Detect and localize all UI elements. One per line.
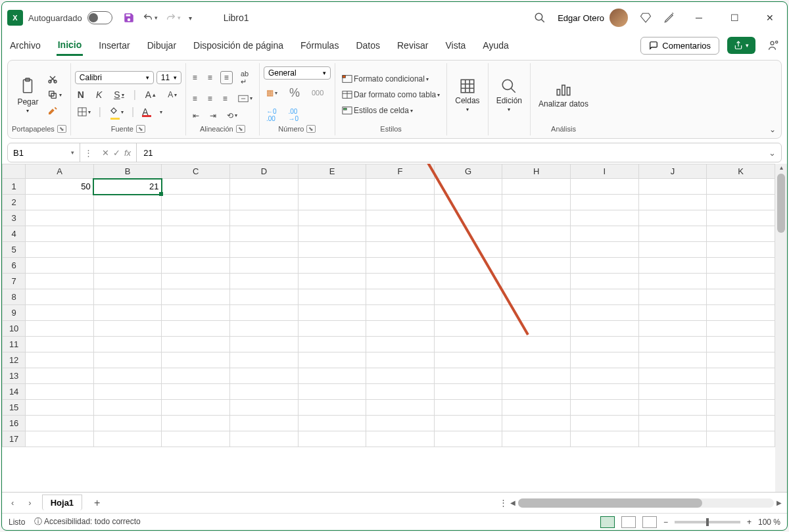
cell[interactable] (366, 337, 435, 352)
namebox-menu[interactable]: ⋮ (80, 148, 97, 158)
col-header-K[interactable]: K (707, 164, 775, 179)
cell[interactable] (434, 305, 502, 321)
italic-button[interactable]: K (93, 88, 105, 101)
cell[interactable] (434, 337, 502, 352)
cell[interactable] (230, 289, 299, 305)
collapse-ribbon-button[interactable]: ⌄ (769, 125, 776, 134)
cell[interactable] (638, 289, 707, 305)
cell[interactable] (26, 431, 94, 447)
cell[interactable] (638, 337, 707, 352)
col-header-F[interactable]: F (366, 164, 435, 179)
cell[interactable]: 21 (93, 179, 162, 195)
cell[interactable] (571, 226, 639, 242)
accessibility-status[interactable]: ⓘ Accesibilidad: todo correcto (34, 516, 140, 527)
close-button[interactable]: ✕ (758, 6, 782, 30)
cell[interactable] (93, 274, 162, 289)
cell[interactable] (434, 384, 502, 400)
cell[interactable]: 50 (26, 179, 94, 195)
cell[interactable] (230, 258, 299, 274)
add-sheet-button[interactable]: + (89, 497, 105, 509)
col-header-H[interactable]: H (502, 164, 571, 179)
underline-button[interactable]: S ▾ (111, 88, 126, 101)
cell[interactable] (707, 226, 775, 242)
cell[interactable] (93, 368, 162, 384)
cell[interactable] (707, 179, 775, 195)
cell[interactable] (571, 210, 639, 226)
cell[interactable] (230, 305, 299, 321)
cell[interactable] (571, 321, 639, 337)
horizontal-scrollbar[interactable] (518, 498, 774, 508)
cell[interactable] (571, 195, 639, 210)
cell[interactable] (230, 400, 299, 416)
row-header[interactable]: 2 (3, 195, 26, 210)
cell[interactable] (638, 416, 707, 431)
align-left-button[interactable]: ≡ (190, 93, 200, 105)
cell[interactable] (230, 179, 299, 195)
cell[interactable] (502, 368, 571, 384)
cell[interactable] (707, 352, 775, 368)
cell[interactable] (230, 226, 299, 242)
zoom-level[interactable]: 100 % (758, 518, 780, 527)
cell[interactable] (298, 352, 366, 368)
cell[interactable] (366, 416, 435, 431)
vertical-scrollbar[interactable]: ▴ (775, 164, 787, 492)
shrink-font-button[interactable]: A▾ (165, 89, 179, 101)
document-title[interactable]: Libro1 (224, 12, 249, 23)
cell[interactable] (434, 321, 502, 337)
cell[interactable] (434, 274, 502, 289)
row-header[interactable]: 9 (3, 305, 26, 321)
row-header[interactable]: 11 (3, 337, 26, 352)
cell[interactable] (26, 305, 94, 321)
cell[interactable] (638, 431, 707, 447)
cell[interactable] (162, 352, 230, 368)
zoom-in-button[interactable]: + (747, 518, 752, 527)
cell[interactable] (298, 289, 366, 305)
normal-view-button[interactable] (600, 516, 615, 528)
bold-button[interactable]: N (75, 88, 87, 101)
clipboard-launcher[interactable]: ⬊ (57, 125, 66, 133)
row-header[interactable]: 12 (3, 352, 26, 368)
comma-format-button[interactable]: 000 (309, 87, 326, 98)
cell[interactable] (638, 242, 707, 258)
cell[interactable] (162, 242, 230, 258)
cell[interactable] (93, 289, 162, 305)
analyze-data-button[interactable]: Analizar datos (535, 78, 592, 111)
cell[interactable] (298, 274, 366, 289)
expand-formula-bar[interactable]: ⌄ (763, 148, 781, 158)
copy-button[interactable]: ▾ (45, 88, 64, 101)
cell[interactable] (26, 321, 94, 337)
cell[interactable] (366, 384, 435, 400)
cell[interactable] (434, 226, 502, 242)
cell[interactable] (707, 384, 775, 400)
cell[interactable] (26, 226, 94, 242)
cell[interactable] (502, 416, 571, 431)
cell[interactable] (26, 368, 94, 384)
cell[interactable] (162, 226, 230, 242)
cell[interactable] (93, 195, 162, 210)
sheet-tab-hoja1[interactable]: Hoja1 (42, 495, 82, 510)
sheet-nav-next[interactable]: › (24, 496, 35, 509)
cell[interactable] (707, 431, 775, 447)
cell[interactable] (26, 242, 94, 258)
hscroll-right[interactable]: ▶ (777, 499, 782, 506)
cell[interactable] (502, 384, 571, 400)
tab-ayuda[interactable]: Ayuda (481, 36, 510, 55)
merge-button[interactable]: ▾ (235, 93, 255, 105)
decrease-indent-button[interactable]: ⇤ (190, 110, 202, 122)
cell[interactable] (298, 431, 366, 447)
cell[interactable] (502, 195, 571, 210)
cells-button[interactable]: Celdas ▾ (451, 75, 483, 115)
cell[interactable] (638, 179, 707, 195)
cell[interactable] (298, 179, 366, 195)
comments-button[interactable]: Comentarios (640, 37, 719, 55)
col-header-E[interactable]: E (298, 164, 366, 179)
cell[interactable] (93, 431, 162, 447)
cell[interactable] (434, 431, 502, 447)
cell[interactable] (502, 289, 571, 305)
cell[interactable] (502, 258, 571, 274)
cell[interactable] (93, 352, 162, 368)
align-right-button[interactable]: ≡ (220, 93, 230, 105)
cell[interactable] (638, 400, 707, 416)
tab-formulas[interactable]: Fórmulas (299, 36, 340, 55)
row-header[interactable]: 6 (3, 258, 26, 274)
